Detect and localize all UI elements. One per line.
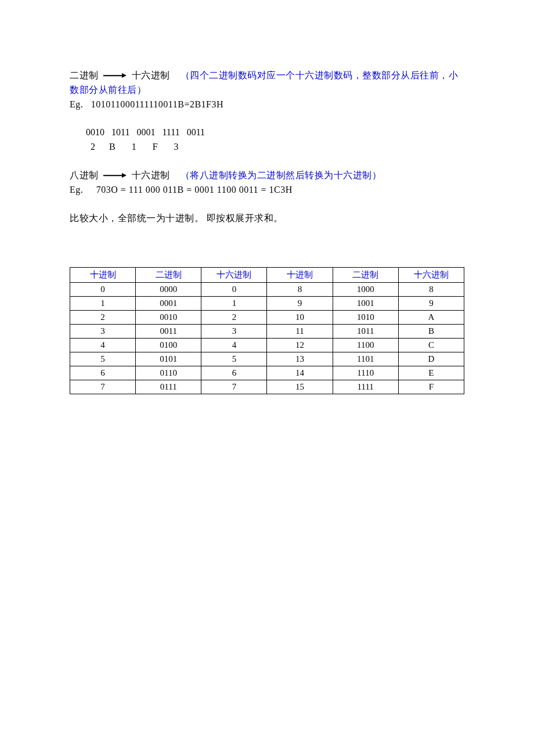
table-cell: 1000: [333, 283, 398, 297]
table-cell: 2: [70, 311, 136, 325]
section2-eg: Eg. 703O = 111 000 011B = 0001 1100 0011…: [70, 183, 464, 197]
section1-rule: 二进制 十六进制 （四个二进制数码对应一个十六进制数码，整数部分从后往前，小数部…: [70, 69, 464, 98]
table-cell: 0010: [136, 311, 201, 325]
table-cell: 7: [70, 380, 136, 394]
table-header-row: 十进制 二进制 十六进制 十进制 二进制 十六进制: [70, 268, 464, 283]
section1-eg: Eg. 101011000111110011B=2B1F3H: [70, 98, 464, 112]
table-cell: 0101: [136, 352, 201, 366]
table-cell: 0100: [136, 339, 201, 352]
table-cell: 1011: [333, 325, 398, 339]
table-cell: 12: [267, 339, 333, 352]
section1-eg-expr: 101011000111110011B=2B1F3H: [91, 99, 223, 109]
table-cell: 9: [267, 297, 333, 311]
table-cell: 10: [267, 311, 333, 325]
table-cell: B: [398, 325, 464, 339]
table-cell: 0: [70, 283, 136, 297]
table-cell: 9: [398, 297, 464, 311]
section2-note: 将八进制转换为二进制然后转换为十六进制: [190, 170, 372, 180]
section1-bin-row: 0010 1011 0001 1111 0011: [70, 125, 464, 140]
section2-eg-label: Eg.: [70, 185, 83, 195]
section1-hex-values: 2 B 1 F 3: [86, 142, 179, 152]
table-cell: 13: [267, 352, 333, 366]
table-cell: 0000: [136, 283, 201, 297]
table-cell: 8: [267, 283, 333, 297]
table-cell: 4: [201, 339, 267, 352]
document-page: 二进制 十六进制 （四个二进制数码对应一个十六进制数码，整数部分从后往前，小数部…: [0, 0, 534, 756]
table-row: 300113111011B: [70, 325, 464, 339]
section2-from: 八进制: [70, 170, 99, 180]
table-cell: 4: [70, 339, 136, 352]
table-cell: E: [398, 366, 464, 380]
section2-to: 十六进制: [132, 170, 170, 180]
table-cell: 5: [70, 352, 136, 366]
table-row: 501015131101D: [70, 352, 464, 366]
section2-rule: 八进制 十六进制 （将八进制转换为二进制然后转换为十六进制）: [70, 168, 464, 183]
table-cell: 1010: [333, 311, 398, 325]
table-row: 000000810008: [70, 283, 464, 297]
table-cell: 0001: [136, 297, 201, 311]
table-row: 701117151111F: [70, 380, 464, 394]
table-cell: 1100: [333, 339, 398, 352]
arrow-icon: [103, 73, 127, 78]
section2-eg-expr: 703O = 111 000 011B = 0001 1100 0011 = 1…: [96, 185, 293, 195]
table-cell: C: [398, 339, 464, 352]
table-cell: 1: [201, 297, 267, 311]
table-cell: 1110: [333, 366, 398, 380]
table-cell: 6: [70, 366, 136, 380]
section2-note-open: （: [181, 170, 190, 180]
section1-bin-values: 0010 1011 0001 1111 0011: [86, 127, 205, 137]
section1-to: 十六进制: [132, 70, 170, 80]
table-cell: 3: [70, 325, 136, 339]
table-cell: 15: [267, 380, 333, 394]
conversion-table: 十进制 二进制 十六进制 十进制 二进制 十六进制 00000081000810…: [70, 267, 464, 394]
table-cell: 11: [267, 325, 333, 339]
table-cell: 8: [398, 283, 464, 297]
table-header: 十进制: [70, 268, 136, 283]
section1-eg-label: Eg.: [70, 99, 83, 109]
table-row: 200102101010A: [70, 311, 464, 325]
table-cell: 0110: [136, 366, 201, 380]
table-cell: A: [398, 311, 464, 325]
table-cell: 1001: [333, 297, 398, 311]
table-cell: 0111: [136, 380, 201, 394]
section1-hex-row: 2 B 1 F 3: [70, 140, 464, 154]
table-cell: 1: [70, 297, 136, 311]
section2-note-close: ）: [372, 170, 382, 180]
table-cell: 1111: [333, 380, 398, 394]
table-cell: 0: [201, 283, 267, 297]
table-cell: 3: [201, 325, 267, 339]
table-cell: 1101: [333, 352, 398, 366]
section1-note-open: （: [181, 70, 190, 80]
section3-text: 比较大小，全部统一为十进制。 即按权展开求和。: [70, 211, 464, 226]
table-header: 二进制: [333, 268, 398, 283]
table-row: 100011910019: [70, 297, 464, 311]
table-cell: 7: [201, 380, 267, 394]
table-cell: D: [398, 352, 464, 366]
section1-note-close: ）: [137, 85, 147, 95]
arrow-icon: [103, 172, 127, 178]
table-cell: F: [398, 380, 464, 394]
table-cell: 5: [201, 352, 267, 366]
table-body: 000000810008100011910019200102101010A300…: [70, 283, 464, 394]
table-header: 十六进制: [201, 268, 267, 283]
table-cell: 0011: [136, 325, 201, 339]
section1-note: 四个二进制数码对应一个十六进制数码，整数部分从后往前，小数部分从前往后: [70, 70, 458, 95]
table-header: 十六进制: [398, 268, 464, 283]
table-row: 601106141110E: [70, 366, 464, 380]
table-row: 401004121100C: [70, 339, 464, 352]
table-cell: 2: [201, 311, 267, 325]
table-cell: 14: [267, 366, 333, 380]
table-header: 十进制: [267, 268, 333, 283]
table-header: 二进制: [136, 268, 201, 283]
section1-from: 二进制: [70, 70, 99, 80]
table-cell: 6: [201, 366, 267, 380]
